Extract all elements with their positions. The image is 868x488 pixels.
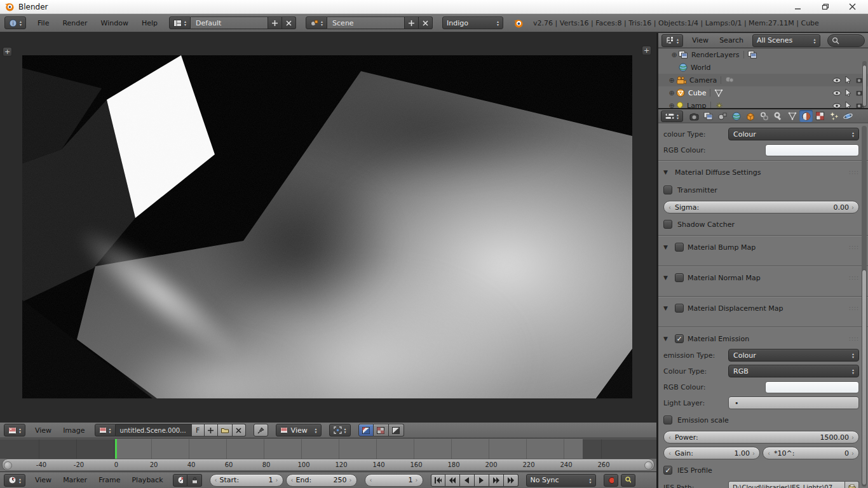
- increment-icon[interactable]: [851, 204, 854, 211]
- panel-header-material-bump-map[interactable]: Material Bump Map: [663, 240, 859, 254]
- play-reverse-button[interactable]: [460, 474, 475, 487]
- properties-scrollbar[interactable]: [862, 126, 867, 487]
- collapse-icon[interactable]: [663, 274, 671, 281]
- tab-render[interactable]: [688, 110, 701, 122]
- screen-layout-browse-button[interactable]: [169, 17, 191, 29]
- menu-view[interactable]: View: [690, 36, 710, 44]
- increment-icon[interactable]: [851, 450, 854, 457]
- region-expand-right-button[interactable]: [642, 46, 651, 55]
- menu-render[interactable]: Render: [60, 19, 89, 27]
- emission-scale-checkbox[interactable]: [663, 416, 672, 424]
- expand-icon[interactable]: [667, 76, 676, 85]
- record-button[interactable]: [604, 474, 618, 487]
- editor-type-selector-timeline[interactable]: [4, 474, 25, 487]
- timeline-playhead[interactable]: [115, 439, 117, 459]
- scene-name-field[interactable]: Scene: [327, 17, 405, 29]
- use-preview-range-button[interactable]: [173, 474, 187, 487]
- outliner-row-cube[interactable]: Cube: [658, 86, 868, 99]
- scrollbar-thumb[interactable]: [862, 269, 867, 485]
- region-expand-left-button[interactable]: [3, 47, 12, 57]
- tab-texture[interactable]: [813, 110, 827, 122]
- view-layer-select[interactable]: View: [276, 424, 322, 437]
- ies-path-browse-button[interactable]: [845, 481, 859, 488]
- menu-help[interactable]: Help: [140, 19, 159, 27]
- screen-layout-add-button[interactable]: [268, 17, 282, 29]
- panel-grip-icon[interactable]: [849, 244, 859, 250]
- menu-marker[interactable]: Marker: [61, 476, 89, 484]
- ies-path-field[interactable]: D:\Cloud\libraries\IES_Lights\07...: [728, 481, 845, 488]
- scrollbar-thumb[interactable]: [862, 65, 867, 107]
- tab-particles[interactable]: [827, 110, 841, 122]
- gain-slider[interactable]: Gain: 1.00: [663, 447, 760, 459]
- close-button[interactable]: [841, 1, 864, 13]
- outliner-row-lamp[interactable]: Lamp: [658, 99, 868, 108]
- expand-icon[interactable]: [670, 51, 679, 59]
- increment-icon[interactable]: [851, 434, 854, 441]
- rgb-colour-swatch[interactable]: [765, 144, 859, 156]
- outliner-row-world[interactable]: World: [658, 61, 868, 74]
- exponent-slider[interactable]: *10^: 0: [763, 447, 859, 459]
- bump-map-checkbox[interactable]: [675, 243, 684, 252]
- screen-layout-name-field[interactable]: Default: [191, 17, 268, 29]
- decrement-icon[interactable]: [291, 477, 294, 484]
- draw-alpha-checker-toggle[interactable]: [374, 424, 389, 437]
- outliner-scope-select[interactable]: All Scenes: [752, 34, 820, 47]
- image-browse-button[interactable]: [95, 424, 116, 437]
- tab-render-layers[interactable]: [702, 110, 715, 122]
- decrement-icon[interactable]: [768, 450, 770, 457]
- decrement-icon[interactable]: [668, 204, 671, 211]
- panel-header-material-diffuse-settings[interactable]: Material Diffuse Settings: [663, 165, 859, 179]
- render-engine-select[interactable]: Indigo: [442, 17, 503, 29]
- outliner-scrollbar[interactable]: [862, 61, 867, 107]
- scene-delete-button[interactable]: [419, 17, 433, 29]
- menu-playback[interactable]: Playback: [130, 476, 165, 484]
- auto-keying-set-button[interactable]: [621, 474, 635, 487]
- panel-header-material-normal-map[interactable]: Material Normal Map: [663, 271, 859, 285]
- normal-map-checkbox[interactable]: [675, 273, 684, 282]
- tab-scene[interactable]: [715, 110, 729, 122]
- fake-user-button[interactable]: F: [192, 424, 205, 437]
- expand-icon[interactable]: [667, 102, 676, 109]
- decrement-icon[interactable]: [215, 477, 217, 484]
- menu-image[interactable]: Image: [61, 426, 86, 435]
- menu-window[interactable]: Window: [99, 19, 130, 27]
- increment-icon[interactable]: [349, 477, 352, 484]
- panel-grip-icon[interactable]: [849, 305, 859, 311]
- outliner-row-renderlayers[interactable]: RenderLayers: [658, 48, 868, 61]
- tab-physics[interactable]: [841, 110, 855, 122]
- editor-type-selector-image[interactable]: [4, 424, 25, 437]
- pivot-point-select[interactable]: [329, 424, 351, 437]
- shadow-catcher-checkbox[interactable]: [663, 220, 672, 229]
- end-frame-field[interactable]: End: 250: [286, 474, 357, 487]
- image-unlink-button[interactable]: [233, 424, 246, 437]
- next-keyframe-button[interactable]: [489, 474, 504, 487]
- tab-world[interactable]: [729, 110, 743, 122]
- hide-toggle[interactable]: [831, 103, 843, 109]
- panel-header-material-emission[interactable]: Material Emission: [663, 332, 859, 346]
- hide-toggle[interactable]: [831, 90, 843, 96]
- timeline-frame-scrollbar[interactable]: -40-200204060801001201401601802002202402…: [2, 459, 654, 471]
- panel-grip-icon[interactable]: [849, 274, 859, 281]
- lock-frame-range-button[interactable]: [187, 474, 202, 487]
- increment-icon[interactable]: [276, 477, 278, 484]
- decrement-icon[interactable]: [668, 434, 671, 441]
- tab-modifiers[interactable]: [771, 110, 785, 122]
- menu-search[interactable]: Search: [717, 36, 745, 44]
- image-pin-button[interactable]: [254, 424, 268, 437]
- scene-browse-button[interactable]: [306, 17, 327, 29]
- maximize-button[interactable]: [813, 1, 836, 13]
- collapse-icon[interactable]: [663, 244, 671, 250]
- timeline-track[interactable]: [0, 439, 656, 459]
- hide-toggle[interactable]: [831, 78, 843, 83]
- tab-constraints[interactable]: [757, 110, 771, 122]
- scene-add-button[interactable]: [405, 17, 419, 29]
- image-open-button[interactable]: [218, 424, 233, 437]
- menu-view[interactable]: View: [33, 476, 53, 484]
- start-frame-field[interactable]: Start: 1: [210, 474, 283, 487]
- displacement-map-checkbox[interactable]: [675, 304, 684, 313]
- collapse-icon[interactable]: [663, 169, 671, 175]
- selectable-toggle[interactable]: [843, 102, 854, 108]
- image-name-field[interactable]: untitled.Scene.000...: [116, 424, 192, 437]
- expand-icon[interactable]: [667, 89, 676, 97]
- decrement-icon[interactable]: [668, 450, 671, 457]
